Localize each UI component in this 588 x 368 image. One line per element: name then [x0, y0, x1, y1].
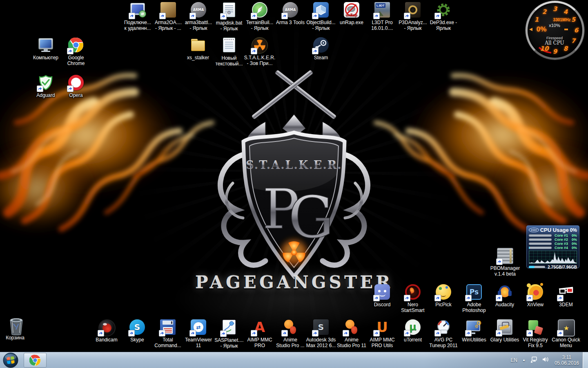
desktop-icon-canon-quick-menu[interactable]: ★ Canon QuickMenu	[548, 319, 584, 348]
p3danalyzer-icon	[405, 2, 421, 18]
gauge-label2: All CPU	[545, 40, 564, 46]
shortcut-arrow-badge	[404, 13, 410, 19]
desktop-icon-3dem[interactable]: 3DEM	[548, 284, 584, 307]
google-chrome-icon	[68, 37, 84, 54]
total-commander-icon	[160, 319, 176, 336]
discord-icon	[374, 284, 390, 301]
glary-utilities-icon	[497, 319, 513, 336]
shortcut-arrow-badge	[465, 330, 472, 337]
arma2oa-icon	[160, 2, 176, 18]
gauge-number: 1	[535, 16, 539, 23]
nero-startsmart-icon	[405, 284, 421, 301]
cpu-core-row: Core #30%	[527, 242, 579, 246]
icon-label: PBOManagerv.1.4 beta	[487, 265, 523, 277]
desktop-icon-stalker-cop[interactable]: S.T.A.L.K.E.R.- Зов При...	[242, 37, 278, 66]
new-text-file-icon	[221, 38, 237, 54]
desktop-icon-recycle-bin[interactable]: Корзина	[0, 317, 33, 341]
gauge-center-dash	[564, 29, 568, 30]
cpu-history-graph	[529, 251, 577, 264]
shortcut-arrow-badge	[312, 330, 318, 337]
emblem-title: S.T.A.L.K.E.R.	[246, 159, 342, 171]
shortcut-arrow-badge	[526, 295, 533, 301]
system-tray: EN ▲ 3:11 05.06.2016	[508, 352, 588, 368]
shortcut-arrow-badge	[128, 330, 135, 337]
tray-expand-button[interactable]: ▲	[522, 358, 526, 362]
pbomanager-icon	[497, 248, 513, 264]
shortcut-arrow-badge	[496, 295, 502, 301]
gauge-number: 7	[571, 37, 575, 45]
opera-icon	[68, 75, 84, 91]
arma3battleye-icon: ARMA	[190, 2, 207, 18]
icon-label: DeP3d.exe -Ярлык	[425, 20, 461, 31]
shortcut-arrow-badge	[496, 330, 502, 337]
icon-label: S.T.A.L.K.E.R.- Зов При...	[242, 55, 278, 66]
canon-quick-menu-icon: ★	[558, 319, 574, 336]
gauge-number: 2	[542, 8, 546, 16]
cpu-core-row: Core #40%	[527, 246, 579, 250]
sasplanet-icon	[221, 320, 237, 336]
cpu-history-spikes	[529, 251, 577, 263]
avg-pc-tuneup-icon	[435, 319, 452, 336]
shortcut-arrow-badge	[98, 330, 104, 337]
unrap-exe-icon: unRap	[343, 2, 360, 18]
xnview-icon	[527, 284, 543, 301]
gauge-number: 8	[564, 45, 568, 52]
steam-icon	[313, 37, 329, 54]
emblem: S.T.A.L.K.E.R. P G	[220, 70, 368, 276]
icon-label: GoogleChrome	[58, 55, 94, 66]
shortcut-arrow-badge	[251, 13, 257, 19]
3dem-icon	[558, 284, 574, 301]
shortcut-arrow-badge	[189, 13, 196, 19]
shortcut-arrow-badge	[189, 330, 196, 337]
cpu-core-row: Core #20%	[527, 238, 579, 242]
desktop-icon-dep3d-exe[interactable]: DeP3d.exe -Ярлык	[425, 2, 461, 31]
firespeed-gadget[interactable]: 12345678910 3301MHz x10% 0% Firespeed Al…	[526, 1, 584, 60]
cpu-core-rows: Core #10% Core #20% Core #30% Core #40%	[527, 233, 579, 250]
shortcut-arrow-badge	[159, 330, 165, 337]
aimp-mmc-pro-icon: A	[252, 319, 268, 336]
arma3-tools-icon: ARMA	[282, 2, 298, 18]
desktop-icon-pbomanager[interactable]: PBOManagerv.1.4 beta	[487, 247, 523, 277]
shortcut-arrow-badge	[434, 330, 441, 337]
gauge-number: 9	[553, 48, 557, 55]
bandicam-icon	[98, 319, 115, 336]
desktop-icon-steam[interactable]: Steam	[303, 37, 339, 61]
shortcut-arrow-badge	[373, 330, 380, 337]
desktop-icon-opera[interactable]: Opera	[58, 74, 94, 98]
desktop-icon-xs-stalker-folder[interactable]: xs_stalker	[180, 37, 216, 61]
gauge-scale: x10%	[549, 23, 560, 28]
cpu-usage-gadget[interactable]: intel CPU Usage 0% Core #10% Core #20% C…	[526, 225, 579, 268]
fire-right	[376, 74, 588, 233]
cpu-total-value: 0%	[570, 227, 577, 233]
memory-bar	[529, 266, 545, 268]
winutilities-icon: ⚙⚙	[466, 319, 482, 336]
show-desktop-button[interactable]	[582, 352, 588, 368]
l3dt-pro-icon: L3DT	[374, 2, 390, 18]
language-indicator[interactable]: EN	[510, 357, 517, 363]
desktop: S.T.A.L.K.E.R. P G PAGEGANGSTER	[0, 0, 588, 368]
volume-icon[interactable]	[542, 357, 549, 364]
gauge-number: 6	[574, 27, 578, 34]
shortcut-arrow-badge	[343, 330, 349, 337]
shortcut-arrow-badge	[129, 13, 135, 19]
shortcut-arrow-badge	[251, 48, 257, 54]
adobe-photoshop-icon: Ps	[466, 284, 482, 301]
xs-stalker-folder-icon	[190, 37, 206, 54]
gauge-number: 10	[540, 45, 549, 52]
teamviewer-11-icon: ⇄	[190, 319, 207, 336]
recycle-bin-icon	[7, 317, 23, 334]
shortcut-arrow-badge	[67, 85, 74, 92]
start-button[interactable]	[0, 352, 21, 368]
taskbar-chrome-button[interactable]	[24, 353, 47, 368]
shortcut-arrow-badge	[312, 13, 318, 19]
icon-label: xs_stalker	[180, 55, 216, 61]
mapdisk-bat-icon: ⚙	[221, 2, 237, 19]
network-icon[interactable]	[530, 357, 537, 364]
shortcut-arrow-badge	[281, 330, 288, 337]
desktop-icon-google-chrome[interactable]: GoogleChrome	[58, 37, 94, 66]
utorrent-icon: µ	[405, 319, 421, 336]
shortcut-arrow-badge	[404, 330, 410, 337]
tray-date: 05.06.2016	[555, 360, 579, 366]
gauge-label1: Firespeed	[546, 36, 563, 40]
taskbar-clock[interactable]: 3:11 05.06.2016	[555, 355, 579, 366]
